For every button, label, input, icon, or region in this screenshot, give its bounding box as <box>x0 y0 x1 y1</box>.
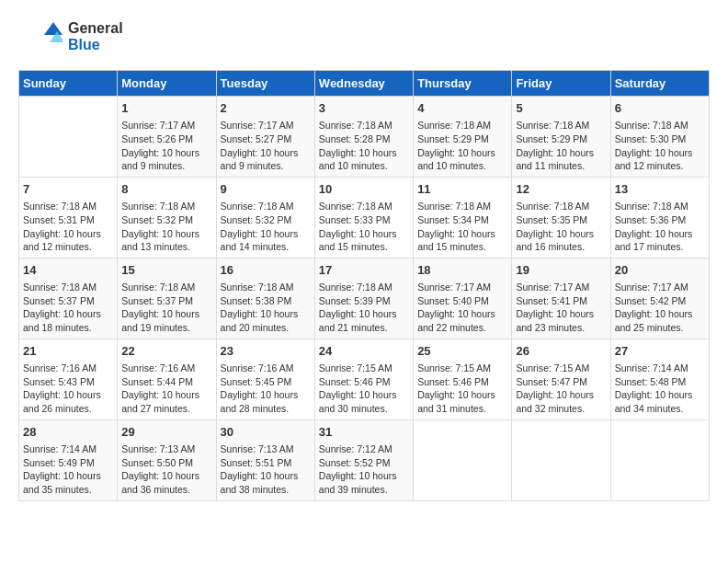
day-number: 16 <box>221 262 311 279</box>
day-info: Sunrise: 7:16 AM Sunset: 5:45 PM Dayligh… <box>221 362 311 416</box>
header-tuesday: Tuesday <box>216 71 314 97</box>
day-info: Sunrise: 7:18 AM Sunset: 5:35 PM Dayligh… <box>516 200 606 254</box>
day-info: Sunrise: 7:18 AM Sunset: 5:31 PM Dayligh… <box>23 200 113 254</box>
calendar-cell: 1Sunrise: 7:17 AM Sunset: 5:26 PM Daylig… <box>118 97 216 178</box>
day-info: Sunrise: 7:17 AM Sunset: 5:41 PM Dayligh… <box>516 281 606 335</box>
day-info: Sunrise: 7:18 AM Sunset: 5:33 PM Dayligh… <box>319 200 409 254</box>
day-number: 26 <box>516 343 606 360</box>
calendar-cell: 31Sunrise: 7:12 AM Sunset: 5:52 PM Dayli… <box>314 419 413 500</box>
calendar-cell: 28Sunrise: 7:14 AM Sunset: 5:49 PM Dayli… <box>19 419 118 500</box>
calendar-cell: 15Sunrise: 7:18 AM Sunset: 5:37 PM Dayli… <box>118 258 216 339</box>
day-info: Sunrise: 7:13 AM Sunset: 5:51 PM Dayligh… <box>221 442 311 497</box>
page-header: General Blue <box>18 18 710 55</box>
calendar-cell: 27Sunrise: 7:14 AM Sunset: 5:48 PM Dayli… <box>610 339 709 419</box>
day-number: 27 <box>615 343 705 360</box>
day-number: 31 <box>319 424 409 441</box>
day-number: 30 <box>221 424 311 441</box>
day-info: Sunrise: 7:17 AM Sunset: 5:27 PM Dayligh… <box>221 119 311 173</box>
day-number: 14 <box>23 262 113 279</box>
calendar-cell: 12Sunrise: 7:18 AM Sunset: 5:35 PM Dayli… <box>512 177 610 258</box>
day-number: 17 <box>319 262 409 279</box>
day-info: Sunrise: 7:18 AM Sunset: 5:36 PM Dayligh… <box>615 200 705 254</box>
day-info: Sunrise: 7:18 AM Sunset: 5:29 PM Dayligh… <box>417 119 507 173</box>
calendar-cell: 11Sunrise: 7:18 AM Sunset: 5:34 PM Dayli… <box>414 177 512 258</box>
header-wednesday: Wednesday <box>314 71 413 97</box>
calendar-cell: 19Sunrise: 7:17 AM Sunset: 5:41 PM Dayli… <box>512 258 610 339</box>
day-number: 22 <box>121 343 211 360</box>
day-info: Sunrise: 7:18 AM Sunset: 5:37 PM Dayligh… <box>121 281 211 335</box>
calendar-cell <box>414 419 512 500</box>
calendar-header-row: SundayMondayTuesdayWednesdayThursdayFrid… <box>19 71 710 97</box>
day-number: 12 <box>516 181 606 198</box>
calendar-table: SundayMondayTuesdayWednesdayThursdayFrid… <box>18 70 710 501</box>
logo-blue-text: Blue <box>68 37 100 52</box>
day-number: 9 <box>221 181 311 198</box>
calendar-cell: 9Sunrise: 7:18 AM Sunset: 5:32 PM Daylig… <box>216 177 314 258</box>
day-info: Sunrise: 7:12 AM Sunset: 5:52 PM Dayligh… <box>319 442 409 497</box>
calendar-cell: 20Sunrise: 7:17 AM Sunset: 5:42 PM Dayli… <box>610 258 709 339</box>
day-info: Sunrise: 7:18 AM Sunset: 5:28 PM Dayligh… <box>319 119 409 173</box>
header-thursday: Thursday <box>414 71 512 97</box>
day-number: 24 <box>319 343 409 360</box>
calendar-cell <box>512 419 610 500</box>
calendar-cell: 25Sunrise: 7:15 AM Sunset: 5:46 PM Dayli… <box>414 339 512 419</box>
day-info: Sunrise: 7:18 AM Sunset: 5:30 PM Dayligh… <box>615 119 705 173</box>
calendar-cell: 8Sunrise: 7:18 AM Sunset: 5:32 PM Daylig… <box>118 177 216 258</box>
day-number: 13 <box>615 181 705 198</box>
day-info: Sunrise: 7:18 AM Sunset: 5:32 PM Dayligh… <box>121 200 211 254</box>
day-number: 2 <box>221 100 311 117</box>
day-number: 29 <box>121 424 211 441</box>
day-number: 20 <box>615 262 705 279</box>
calendar-cell: 7Sunrise: 7:18 AM Sunset: 5:31 PM Daylig… <box>19 177 118 258</box>
calendar-cell: 29Sunrise: 7:13 AM Sunset: 5:50 PM Dayli… <box>118 419 216 500</box>
calendar-cell: 4Sunrise: 7:18 AM Sunset: 5:29 PM Daylig… <box>414 97 512 178</box>
header-saturday: Saturday <box>610 71 709 97</box>
calendar-week-row: 14Sunrise: 7:18 AM Sunset: 5:37 PM Dayli… <box>19 258 710 339</box>
calendar-cell: 21Sunrise: 7:16 AM Sunset: 5:43 PM Dayli… <box>19 339 118 419</box>
day-number: 11 <box>417 181 507 198</box>
day-info: Sunrise: 7:16 AM Sunset: 5:43 PM Dayligh… <box>23 362 113 416</box>
calendar-cell: 17Sunrise: 7:18 AM Sunset: 5:39 PM Dayli… <box>314 258 413 339</box>
calendar-cell: 13Sunrise: 7:18 AM Sunset: 5:36 PM Dayli… <box>610 177 709 258</box>
header-friday: Friday <box>512 71 610 97</box>
calendar-cell: 18Sunrise: 7:17 AM Sunset: 5:40 PM Dayli… <box>414 258 512 339</box>
day-number: 25 <box>417 343 507 360</box>
day-number: 7 <box>23 181 113 198</box>
calendar-cell: 30Sunrise: 7:13 AM Sunset: 5:51 PM Dayli… <box>216 419 314 500</box>
calendar-week-row: 21Sunrise: 7:16 AM Sunset: 5:43 PM Dayli… <box>19 339 710 419</box>
day-number: 23 <box>221 343 311 360</box>
header-sunday: Sunday <box>19 71 118 97</box>
calendar-cell: 16Sunrise: 7:18 AM Sunset: 5:38 PM Dayli… <box>216 258 314 339</box>
day-info: Sunrise: 7:17 AM Sunset: 5:40 PM Dayligh… <box>417 281 507 335</box>
calendar-cell: 22Sunrise: 7:16 AM Sunset: 5:44 PM Dayli… <box>118 339 216 419</box>
calendar-cell: 6Sunrise: 7:18 AM Sunset: 5:30 PM Daylig… <box>610 97 709 178</box>
calendar-cell <box>610 419 709 500</box>
day-number: 19 <box>516 262 606 279</box>
day-info: Sunrise: 7:18 AM Sunset: 5:29 PM Dayligh… <box>516 119 606 173</box>
day-info: Sunrise: 7:15 AM Sunset: 5:46 PM Dayligh… <box>417 362 507 416</box>
day-number: 10 <box>319 181 409 198</box>
day-info: Sunrise: 7:14 AM Sunset: 5:48 PM Dayligh… <box>615 362 705 416</box>
calendar-cell: 26Sunrise: 7:15 AM Sunset: 5:47 PM Dayli… <box>512 339 610 419</box>
day-number: 21 <box>23 343 113 360</box>
calendar-cell <box>19 97 118 178</box>
calendar-cell: 2Sunrise: 7:17 AM Sunset: 5:27 PM Daylig… <box>216 97 314 178</box>
calendar-cell: 5Sunrise: 7:18 AM Sunset: 5:29 PM Daylig… <box>512 97 610 178</box>
day-number: 4 <box>417 100 507 117</box>
day-info: Sunrise: 7:18 AM Sunset: 5:37 PM Dayligh… <box>23 281 113 335</box>
day-number: 1 <box>121 100 211 117</box>
calendar-week-row: 28Sunrise: 7:14 AM Sunset: 5:49 PM Dayli… <box>19 419 710 500</box>
logo-svg <box>18 18 63 55</box>
logo-general-text: General <box>68 20 123 36</box>
calendar-cell: 3Sunrise: 7:18 AM Sunset: 5:28 PM Daylig… <box>314 97 413 178</box>
day-info: Sunrise: 7:13 AM Sunset: 5:50 PM Dayligh… <box>121 442 211 497</box>
day-number: 8 <box>121 181 211 198</box>
day-info: Sunrise: 7:14 AM Sunset: 5:49 PM Dayligh… <box>23 442 113 497</box>
day-number: 3 <box>319 100 409 117</box>
day-number: 5 <box>516 100 606 117</box>
svg-marker-1 <box>44 22 63 35</box>
day-number: 28 <box>23 424 113 441</box>
calendar-week-row: 7Sunrise: 7:18 AM Sunset: 5:31 PM Daylig… <box>19 177 710 258</box>
day-info: Sunrise: 7:17 AM Sunset: 5:26 PM Dayligh… <box>121 119 211 173</box>
day-number: 18 <box>417 262 507 279</box>
